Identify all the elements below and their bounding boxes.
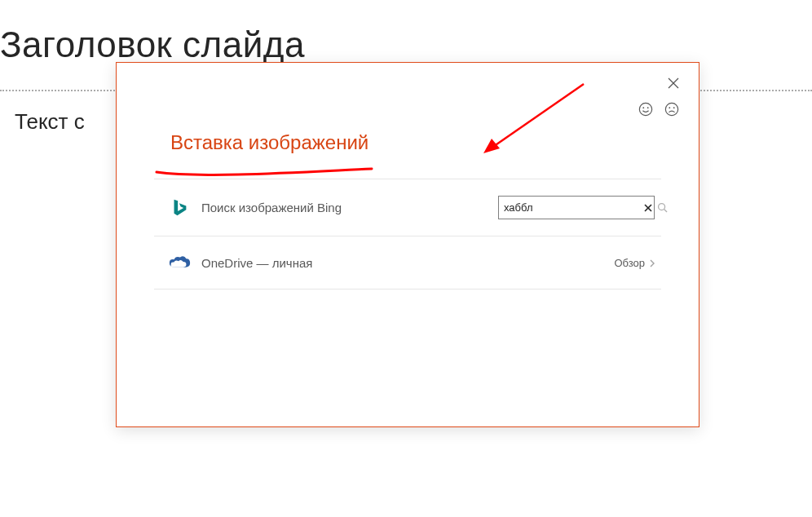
svg-point-2 [639, 103, 651, 115]
browse-label-text: Обзор [614, 257, 645, 269]
onedrive-row: OneDrive — личная Обзор [154, 236, 661, 289]
dialog-header [117, 63, 699, 102]
close-icon [668, 77, 679, 89]
svg-point-4 [647, 107, 649, 108]
bing-image-search-row: Поиск изображений Bing [154, 179, 661, 236]
smile-icon [638, 102, 653, 117]
slide-title-placeholder[interactable]: Заголовок слайда [0, 24, 812, 65]
search-submit-button[interactable] [655, 202, 669, 213]
x-icon [644, 204, 652, 212]
close-button[interactable] [661, 71, 686, 95]
feedback-sad-button[interactable] [664, 102, 679, 117]
svg-line-11 [664, 210, 668, 213]
bing-search-input[interactable] [504, 201, 641, 214]
onedrive-browse-link[interactable]: Обзор [614, 257, 655, 269]
onedrive-label: OneDrive — личная [201, 256, 312, 270]
bing-search-field [498, 196, 655, 219]
svg-point-10 [659, 204, 665, 210]
frown-icon [664, 102, 679, 117]
bing-icon [165, 198, 193, 218]
magnifier-icon [657, 202, 668, 213]
svg-point-7 [673, 107, 675, 108]
caret-right-icon [650, 259, 655, 267]
onedrive-icon [165, 253, 193, 272]
source-options: Поиск изображений Bing OneDrive — личная [154, 179, 661, 289]
dialog-title: Вставка изображений [117, 102, 699, 154]
svg-point-6 [669, 107, 670, 108]
bing-label: Поиск изображений Bing [201, 201, 342, 214]
svg-point-3 [642, 107, 644, 108]
clear-search-button[interactable] [641, 204, 655, 212]
feedback-happy-button[interactable] [638, 102, 653, 117]
svg-point-5 [665, 103, 677, 115]
feedback-controls [638, 102, 679, 117]
insert-pictures-dialog: Вставка изображений Поиск изображений Bi… [116, 62, 699, 427]
